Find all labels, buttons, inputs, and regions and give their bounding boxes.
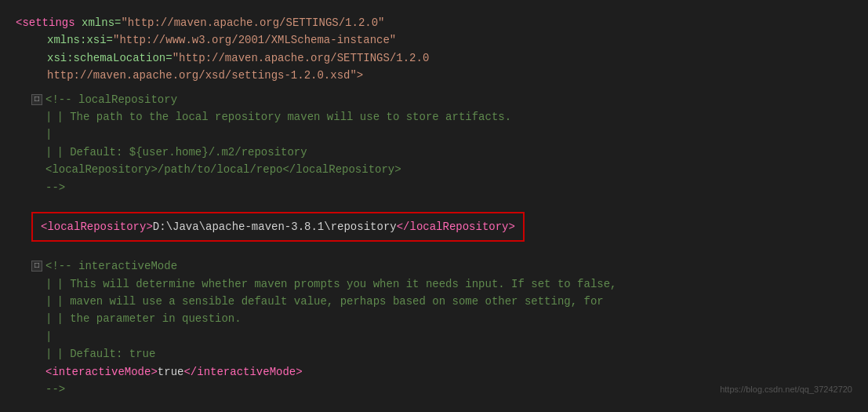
watermark: https://blog.csdn.net/qq_37242720 <box>720 383 852 397</box>
line-comment1-toggle: □ <!-- localRepository <box>31 91 852 108</box>
line-comment2-desc1: | | This will determine whether maven pr… <box>31 275 852 293</box>
comment2-end: --> <box>45 381 65 398</box>
line-comment1-default: | | Default: ${user.home}/.m2/repository <box>31 144 852 161</box>
line-comment2-desc3: | | the parameter in question. <box>31 310 852 327</box>
line-comment2-default: | | Default: true <box>31 345 852 363</box>
local-repo-content: D:\Java\apache-maven-3.8.1\repository <box>153 221 397 233</box>
line-comment1-desc1: | | The path to the local repository mav… <box>31 108 852 126</box>
interactive-mode-open: <interactiveMode> <box>45 363 158 381</box>
local-repo-open-tag: <localRepository> <box>41 221 153 233</box>
attr-xmlns-xsi-val: "http://www.w3.org/2001/XMLSchema-instan… <box>113 31 396 49</box>
comment2-pipe2: | <box>45 328 52 345</box>
comment2-header: <!-- interactiveMode <box>45 257 177 275</box>
line-comment2-toggle: □ <!-- interactiveMode <box>31 257 852 275</box>
attr-schema-location-name: xsi:schemaLocation= <box>47 49 173 67</box>
toggle-comment1[interactable]: □ <box>31 94 42 105</box>
line-schema-location: xsi:schemaLocation= "http://maven.apache… <box>47 49 852 67</box>
comment2-desc2: | maven will use a sensible default valu… <box>56 293 603 310</box>
toggle-comment2[interactable]: □ <box>31 261 42 272</box>
attr-schema-location-val: "http://maven.apache.org/SETTINGS/1.2.0 <box>173 49 430 67</box>
comment1-pipe1: | <box>45 126 52 143</box>
comment1-default: | Default: ${user.home}/.m2/repository <box>56 144 307 161</box>
attr-xmlns-name: xmlns= <box>82 14 121 31</box>
highlighted-local-repo: <localRepository>D:\Java\apache-maven-3.… <box>31 212 525 242</box>
comment1-desc1: | The path to the local repository maven… <box>56 108 511 126</box>
line-settings-open: <settings xmlns= "http://maven.apache.or… <box>16 14 852 31</box>
line-schema-location2: http://maven.apache.org/xsd/settings-1.2… <box>47 67 852 84</box>
attr-xmlns-val: "http://maven.apache.org/SETTINGS/1.2.0" <box>121 14 384 31</box>
tag-settings-open: <settings <box>16 14 75 31</box>
line-comment1-close: --> <box>31 179 852 196</box>
line-comment2-pipe2: | <box>31 328 852 345</box>
attr-schema-location-val2: http://maven.apache.org/xsd/settings-1.2… <box>47 67 363 84</box>
interactive-mode-close: </interactiveMode> <box>183 363 302 381</box>
comment1-localrepo: <localRepository>/path/to/local/repo</lo… <box>45 161 401 178</box>
interactive-mode-content: true <box>158 363 184 381</box>
line-comment1-pipe1: | <box>31 126 852 143</box>
comment2-desc1: | This will determine whether maven prom… <box>56 275 616 293</box>
code-editor: <settings xmlns= "http://maven.apache.or… <box>0 8 868 404</box>
line-comment1-localrepo: <localRepository>/path/to/local/repo</lo… <box>31 161 852 178</box>
attr-xmlns-xsi-name: xmlns:xsi= <box>47 31 113 49</box>
line-xmlns-xsi: xmlns:xsi= "http://www.w3.org/2001/XMLSc… <box>47 31 852 49</box>
line-interactive-mode-tag: <interactiveMode>true</interactiveMode> <box>31 363 852 381</box>
line-comment2-desc2: | | maven will use a sensible default va… <box>31 293 852 310</box>
comment2-default: | Default: true <box>56 345 155 363</box>
comment2-desc3: | the parameter in question. <box>56 310 241 327</box>
comment1-header: <!-- localRepository <box>45 91 177 108</box>
local-repo-close-tag: </localRepository> <box>397 221 515 233</box>
comment1-close: --> <box>45 179 65 196</box>
